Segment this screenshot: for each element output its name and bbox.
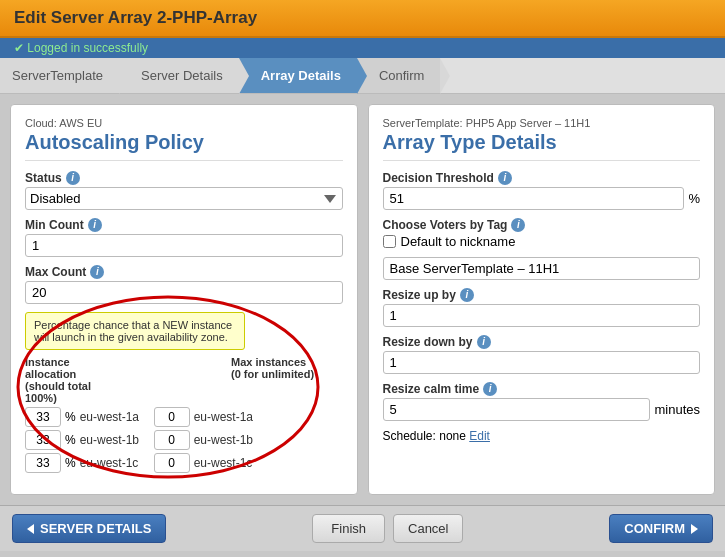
breadcrumb-label: Confirm xyxy=(379,68,425,83)
alloc-pct-0[interactable] xyxy=(25,407,61,427)
autoscaling-title: Autoscaling Policy xyxy=(25,131,343,161)
min-count-label: Min Count i xyxy=(25,218,343,232)
main-content: Cloud: AWS EU Autoscaling Policy Status … xyxy=(0,94,725,505)
resize-calm-input[interactable] xyxy=(383,398,651,421)
resize-down-label: Resize down by i xyxy=(383,335,701,349)
alloc-zone2-2: eu-west-1c xyxy=(194,456,264,470)
resize-calm-group: Resize calm time i minutes xyxy=(383,382,701,421)
array-type-title: Array Type Details xyxy=(383,131,701,161)
alloc-header: Instance allocation (should total 100%) … xyxy=(25,356,343,404)
resize-up-info-icon[interactable]: i xyxy=(460,288,474,302)
cancel-button[interactable]: Cancel xyxy=(393,514,463,543)
alloc-pct-2[interactable] xyxy=(25,453,61,473)
status-info-icon[interactable]: i xyxy=(66,171,80,185)
alloc-max-0[interactable] xyxy=(154,407,190,427)
alloc-col2-sub: (0 for unlimited) xyxy=(231,368,314,380)
resize-down-group: Resize down by i xyxy=(383,335,701,374)
decision-threshold-label: Decision Threshold i xyxy=(383,171,701,185)
breadcrumb-confirm[interactable]: Confirm xyxy=(357,58,441,93)
tooltip-box: Percentage chance that a NEW instance wi… xyxy=(25,312,245,350)
choose-voters-info-icon[interactable]: i xyxy=(511,218,525,232)
min-count-info-icon[interactable]: i xyxy=(88,218,102,232)
alloc-col2-label: Max instances xyxy=(231,356,314,368)
pct-sign-2: % xyxy=(65,456,76,470)
alloc-max-1[interactable] xyxy=(154,430,190,450)
default-nickname-label: Default to nickname xyxy=(401,234,516,249)
array-type-panel: ServerTemplate: PHP5 App Server – 11H1 A… xyxy=(368,104,716,495)
resize-up-input[interactable] xyxy=(383,304,701,327)
schedule-edit-link[interactable]: Edit xyxy=(469,429,490,443)
decision-threshold-input[interactable] xyxy=(383,187,685,210)
alloc-row-1: % eu-west-1b eu-west-1b xyxy=(25,430,343,450)
max-count-group: Max Count i xyxy=(25,265,343,304)
pct-sign-0: % xyxy=(65,410,76,424)
center-buttons: Finish Cancel xyxy=(312,514,463,543)
alloc-zone2-0: eu-west-1a xyxy=(194,410,264,424)
status-group: Status i Disabled Enabled xyxy=(25,171,343,210)
arrow-right-icon xyxy=(691,524,698,534)
bottom-bar: SERVER DETAILS Finish Cancel CONFIRM xyxy=(0,505,725,551)
decision-threshold-info-icon[interactable]: i xyxy=(498,171,512,185)
schedule-value: none xyxy=(439,429,466,443)
schedule-row: Schedule: none Edit xyxy=(383,429,701,443)
page-title: Edit Server Array 2-PHP-Array xyxy=(14,8,257,27)
tooltip-text: Percentage chance that a NEW instance wi… xyxy=(34,319,232,343)
resize-up-label: Resize up by i xyxy=(383,288,701,302)
min-count-input[interactable] xyxy=(25,234,343,257)
max-count-info-icon[interactable]: i xyxy=(90,265,104,279)
alloc-row-2: % eu-west-1c eu-west-1c xyxy=(25,453,343,473)
base-template-group xyxy=(383,257,701,280)
resize-calm-label: Resize calm time i xyxy=(383,382,701,396)
resize-up-group: Resize up by i xyxy=(383,288,701,327)
alloc-pct-1[interactable] xyxy=(25,430,61,450)
confirm-button[interactable]: CONFIRM xyxy=(609,514,713,543)
server-details-button[interactable]: SERVER DETAILS xyxy=(12,514,166,543)
schedule-label: Schedule: xyxy=(383,429,436,443)
max-count-label: Max Count i xyxy=(25,265,343,279)
breadcrumb-array-details[interactable]: Array Details xyxy=(239,58,357,93)
choose-voters-label: Choose Voters by Tag i xyxy=(383,218,701,232)
breadcrumb-label: ServerTemplate xyxy=(12,68,103,83)
pct-sign-1: % xyxy=(65,433,76,447)
alloc-zone1-2: eu-west-1c xyxy=(80,456,150,470)
breadcrumb-label: Array Details xyxy=(261,68,341,83)
finish-button[interactable]: Finish xyxy=(312,514,385,543)
alloc-col1-label: Instance allocation xyxy=(25,356,115,380)
breadcrumb: ServerTemplate Server Details Array Deta… xyxy=(0,58,725,94)
alloc-col1-sub: (should total 100%) xyxy=(25,380,115,404)
status-select[interactable]: Disabled Enabled xyxy=(25,187,343,210)
default-nickname-checkbox[interactable] xyxy=(383,235,396,248)
alloc-zone1-1: eu-west-1b xyxy=(80,433,150,447)
title-bar: Edit Server Array 2-PHP-Array xyxy=(0,0,725,38)
allocation-section: Percentage chance that a NEW instance wi… xyxy=(25,312,343,473)
default-nickname-row: Default to nickname xyxy=(383,234,701,249)
max-count-input[interactable] xyxy=(25,281,343,304)
alloc-zone2-1: eu-west-1b xyxy=(194,433,264,447)
alloc-zone1-0: eu-west-1a xyxy=(80,410,150,424)
min-count-group: Min Count i xyxy=(25,218,343,257)
arrow-left-icon xyxy=(27,524,34,534)
alloc-max-2[interactable] xyxy=(154,453,190,473)
decision-threshold-unit: % xyxy=(688,191,700,206)
breadcrumb-server-template[interactable]: ServerTemplate xyxy=(0,58,119,93)
status-label: Status i xyxy=(25,171,343,185)
base-template-input[interactable] xyxy=(383,257,701,280)
choose-voters-group: Choose Voters by Tag i Default to nickna… xyxy=(383,218,701,249)
template-label: ServerTemplate: PHP5 App Server – 11H1 xyxy=(383,117,701,129)
resize-calm-unit: minutes xyxy=(654,402,700,417)
resize-calm-info-icon[interactable]: i xyxy=(483,382,497,396)
login-bar: ✔ Logged in successfully xyxy=(0,38,725,58)
confirm-label: CONFIRM xyxy=(624,521,685,536)
autoscaling-panel: Cloud: AWS EU Autoscaling Policy Status … xyxy=(10,104,358,495)
resize-down-input[interactable] xyxy=(383,351,701,374)
server-details-label: SERVER DETAILS xyxy=(40,521,151,536)
breadcrumb-label: Server Details xyxy=(141,68,223,83)
decision-threshold-group: Decision Threshold i % xyxy=(383,171,701,210)
login-message: ✔ Logged in successfully xyxy=(14,41,148,55)
breadcrumb-server-details[interactable]: Server Details xyxy=(119,58,239,93)
cloud-label: Cloud: AWS EU xyxy=(25,117,343,129)
alloc-row-0: % eu-west-1a eu-west-1a xyxy=(25,407,343,427)
resize-down-info-icon[interactable]: i xyxy=(477,335,491,349)
